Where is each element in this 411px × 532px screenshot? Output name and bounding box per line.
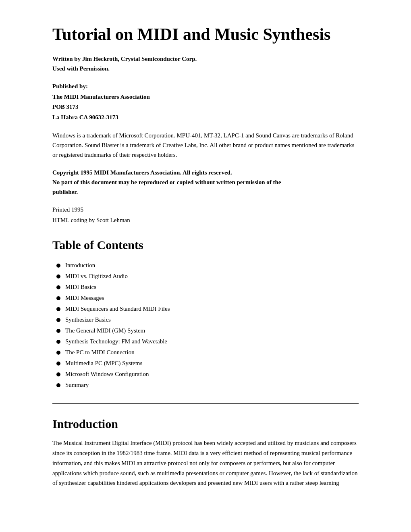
publisher-label: Published by: (52, 81, 359, 92)
toc-link[interactable]: MIDI Sequencers and Standard MIDI Files (65, 303, 170, 314)
publisher-address1: POB 3173 (52, 102, 359, 112)
bullet-icon (56, 340, 60, 344)
publisher-block: Published by: The MIDI Manufacturers Ass… (52, 81, 359, 123)
bullet-icon (56, 296, 60, 300)
introduction-paragraph: The Musical Instrument Digital Interface… (52, 438, 359, 488)
toc-link[interactable]: Synthesis Technology: FM and Wavetable (65, 336, 167, 347)
introduction-title: Introduction (52, 417, 359, 431)
toc-item[interactable]: MIDI Sequencers and Standard MIDI Files (56, 303, 359, 314)
bullet-icon (56, 351, 60, 355)
bullet-icon (56, 307, 60, 311)
toc-link[interactable]: MIDI Messages (65, 293, 104, 303)
main-title: Tutorial on MIDI and Music Synthesis (52, 24, 359, 44)
toc-title: Table of Contents (52, 238, 359, 252)
toc-item[interactable]: Synthesizer Basics (56, 314, 359, 325)
bullet-icon (56, 274, 60, 278)
toc-item[interactable]: Synthesis Technology: FM and Wavetable (56, 336, 359, 347)
author-line2: Used with Permission. (52, 64, 359, 73)
author-block: Written by Jim Heckroth, Crystal Semicon… (52, 54, 359, 73)
toc-item[interactable]: MIDI vs. Digitized Audio (56, 271, 359, 282)
toc-link[interactable]: MIDI Basics (65, 282, 96, 293)
toc-link[interactable]: Introduction (65, 260, 95, 271)
toc-item[interactable]: The PC to MIDI Connection (56, 347, 359, 358)
toc-list: IntroductionMIDI vs. Digitized AudioMIDI… (52, 260, 359, 391)
copyright-line1: Copyright 1995 MIDI Manufacturers Associ… (52, 168, 359, 177)
copyright-line2: No part of this document may be reproduc… (52, 177, 359, 187)
trademark-text: Windows is a trademark of Microsoft Corp… (52, 131, 359, 160)
bullet-icon (56, 362, 60, 366)
toc-link[interactable]: Microsoft Windows Configuration (65, 369, 149, 380)
toc-item[interactable]: The General MIDI (GM) System (56, 325, 359, 336)
copyright-block: Copyright 1995 MIDI Manufacturers Associ… (52, 168, 359, 197)
bullet-icon (56, 264, 60, 268)
toc-item[interactable]: Multimedia PC (MPC) Systems (56, 358, 359, 369)
bullet-icon (56, 372, 60, 376)
toc-item[interactable]: Summary (56, 380, 359, 391)
toc-link[interactable]: Multimedia PC (MPC) Systems (65, 358, 142, 369)
toc-item[interactable]: MIDI Basics (56, 282, 359, 293)
bullet-icon (56, 318, 60, 322)
bullet-icon (56, 285, 60, 289)
toc-link[interactable]: Synthesizer Basics (65, 314, 111, 325)
toc-item[interactable]: MIDI Messages (56, 293, 359, 303)
copyright-line3: publisher. (52, 187, 359, 197)
toc-link[interactable]: The General MIDI (GM) System (65, 325, 145, 336)
printed-line1: Printed 1995 (52, 205, 359, 215)
bullet-icon (56, 329, 60, 333)
author-line1: Written by Jim Heckroth, Crystal Semicon… (52, 54, 359, 64)
toc-link[interactable]: Summary (65, 380, 89, 391)
printed-block: Printed 1995 HTML coding by Scott Lehman (52, 205, 359, 225)
publisher-address2: La Habra CA 90632-3173 (52, 112, 359, 123)
introduction-section: Introduction The Musical Instrument Digi… (52, 417, 359, 488)
section-divider (52, 403, 359, 404)
toc-link[interactable]: The PC to MIDI Connection (65, 347, 135, 358)
toc-link[interactable]: MIDI vs. Digitized Audio (65, 271, 128, 282)
bullet-icon (56, 383, 60, 387)
toc-item[interactable]: Introduction (56, 260, 359, 271)
printed-line2: HTML coding by Scott Lehman (52, 215, 359, 226)
toc-item[interactable]: Microsoft Windows Configuration (56, 369, 359, 380)
page-container: Tutorial on MIDI and Music Synthesis Wri… (0, 0, 411, 532)
publisher-name: The MIDI Manufacturers Association (52, 92, 359, 102)
